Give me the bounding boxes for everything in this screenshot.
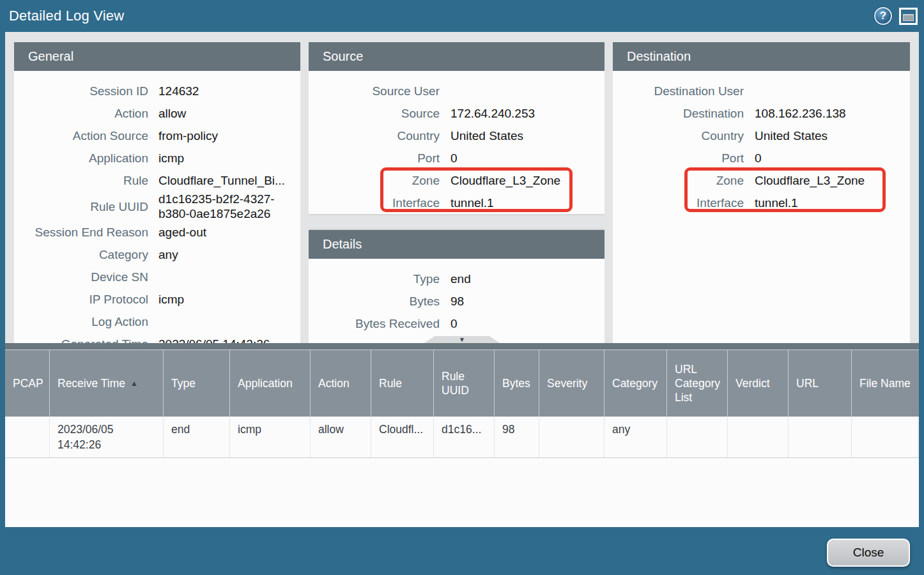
details-row-bytes: Bytes98 — [309, 290, 604, 312]
column-label: URL — [796, 376, 819, 390]
details-value-bytes-received: 0 — [450, 316, 604, 331]
cell-category-0: any — [604, 417, 667, 457]
details-value-bytes: 98 — [450, 294, 604, 309]
destination-row-destination-user: Destination User — [613, 80, 910, 102]
destination-label-destination: Destination — [613, 106, 744, 121]
column-header-rule-uuid[interactable]: Rule UUID — [434, 350, 495, 417]
log-table-body: 2023/06/05 14:42:26endicmpallowCloudfl..… — [5, 417, 919, 458]
general-value-ip-protocol: icmp — [158, 292, 300, 307]
column-header-application[interactable]: Application — [230, 350, 311, 417]
column-label: Verdict — [735, 376, 770, 390]
maximize-icon[interactable] — [899, 8, 918, 25]
general-row-rule-uuid: Rule UUIDd1c16235-b2f2-4327-b380-0ae1875… — [14, 192, 300, 221]
column-label: Receive Time — [58, 376, 125, 390]
source-row-country: CountryUnited States — [309, 125, 604, 147]
general-row-category: Categoryany — [14, 243, 300, 266]
source-label-port: Port — [309, 151, 440, 165]
destination-label-country: Country — [613, 128, 744, 143]
destination-label-port: Port — [613, 151, 744, 165]
column-header-file-name[interactable]: File Name — [852, 350, 919, 417]
general-label-session-id: Session ID — [14, 84, 148, 98]
general-label-category: Category — [14, 247, 148, 262]
source-label-country: Country — [309, 128, 440, 143]
source-panel-body: Source UserSource172.64.240.253CountryUn… — [309, 71, 604, 214]
destination-row-zone: ZoneCloudflare_L3_Zone — [613, 169, 910, 192]
cell-severity-0 — [539, 417, 604, 457]
column-header-bytes[interactable]: Bytes — [495, 350, 539, 417]
column-header-verdict[interactable]: Verdict — [728, 350, 789, 417]
column-header-severity[interactable]: Severity — [539, 350, 604, 417]
column-header-action[interactable]: Action — [311, 350, 371, 417]
general-label-log-action: Log Action — [14, 314, 148, 329]
cell-rule-uuid-0: d1c16... — [434, 417, 495, 457]
source-label-interface: Interface — [309, 195, 440, 210]
general-row-application: Applicationicmp — [14, 147, 300, 169]
details-value-type: end — [450, 272, 604, 286]
column-label: PCAP — [13, 376, 43, 390]
cell-bytes-0: 98 — [495, 417, 539, 457]
general-label-action-source: Action Source — [14, 128, 148, 143]
destination-row-country: CountryUnited States — [613, 125, 910, 147]
cell-action-0: allow — [311, 417, 371, 457]
general-value-session-end-reason: aged-out — [158, 225, 300, 240]
source-value-zone: Cloudflare_L3_Zone — [450, 173, 604, 188]
source-value-interface: tunnel.1 — [450, 195, 604, 210]
general-row-device-sn: Device SN — [14, 266, 300, 288]
general-label-generated-time: Generated Time — [14, 337, 148, 343]
general-row-rule: RuleCloudflare_Tunnel_Bi... — [14, 169, 300, 192]
cell-url-category-list-0 — [667, 417, 728, 457]
column-header-receive-time[interactable]: Receive Time▲ — [50, 350, 164, 417]
details-panel: Details TypeendBytes98Bytes Received0 — [309, 230, 604, 343]
destination-panel: Destination Destination UserDestination1… — [613, 42, 910, 343]
general-label-action: Action — [14, 106, 148, 121]
log-row-0[interactable]: 2023/06/05 14:42:26endicmpallowCloudfl..… — [5, 417, 919, 458]
general-value-session-id: 124632 — [158, 84, 300, 98]
column-header-rule[interactable]: Rule — [371, 350, 434, 417]
column-label: URL Category List — [675, 362, 720, 404]
panel-table-splitter[interactable]: ▼ — [5, 343, 919, 349]
column-header-type[interactable]: Type — [164, 350, 230, 417]
general-value-rule: Cloudflare_Tunnel_Bi... — [158, 173, 300, 188]
general-row-session-id: Session ID124632 — [14, 80, 300, 102]
source-value-country: United States — [450, 128, 604, 143]
splitter-handle[interactable]: ▼ — [424, 336, 500, 343]
cell-verdict-0 — [728, 417, 789, 457]
general-value-application: icmp — [158, 151, 300, 165]
source-row-port: Port0 — [309, 147, 604, 169]
general-panel: General Session ID124632ActionallowActio… — [14, 42, 300, 343]
source-value-source: 172.64.240.253 — [450, 106, 604, 121]
source-label-source-user: Source User — [309, 84, 440, 98]
destination-row-interface: Interfacetunnel.1 — [613, 192, 910, 214]
general-label-application: Application — [14, 151, 148, 165]
destination-value-country: United States — [755, 128, 910, 143]
destination-value-zone: Cloudflare_L3_Zone — [755, 173, 910, 188]
column-label: Severity — [547, 376, 587, 390]
column-header-url-category-list[interactable]: URL Category List — [667, 350, 728, 417]
source-label-source: Source — [309, 106, 440, 121]
details-row-type: Typeend — [309, 268, 604, 290]
column-header-category[interactable]: Category — [604, 350, 667, 417]
help-icon[interactable]: ? — [874, 7, 892, 25]
cell-type-0: end — [164, 417, 230, 457]
details-label-type: Type — [309, 272, 440, 286]
details-panel-header: Details — [309, 230, 604, 259]
column-label: Type — [171, 376, 196, 390]
source-row-source-user: Source User — [309, 80, 604, 102]
general-label-device-sn: Device SN — [14, 270, 148, 284]
destination-row-port: Port0 — [613, 147, 910, 169]
general-value-action-source: from-policy — [158, 128, 300, 143]
general-row-log-action: Log Action — [14, 310, 300, 333]
destination-label-interface: Interface — [613, 195, 744, 210]
dialog-title: Detailed Log View — [9, 8, 124, 24]
column-header-url[interactable]: URL — [789, 350, 852, 417]
general-column: General Session ID124632ActionallowActio… — [14, 42, 300, 343]
general-row-generated-time: Generated Time2023/06/05 14:42:26 — [14, 333, 300, 343]
column-header-pcap[interactable]: PCAP — [5, 350, 50, 417]
source-row-zone: ZoneCloudflare_L3_Zone — [309, 169, 604, 192]
general-value-category: any — [158, 247, 300, 262]
general-label-ip-protocol: IP Protocol — [14, 292, 148, 307]
details-row-bytes-received: Bytes Received0 — [309, 312, 604, 335]
column-label: Action — [318, 376, 350, 390]
sort-asc-icon: ▲ — [130, 376, 138, 390]
close-button[interactable]: Close — [827, 539, 910, 567]
